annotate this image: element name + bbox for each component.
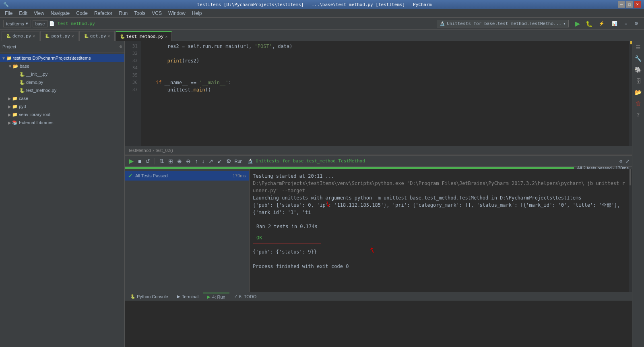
right-icon-delete[interactable]: 🗑 <box>634 99 643 108</box>
scrollbar-thumb <box>630 169 631 185</box>
output-scrollbar[interactable] <box>629 169 632 292</box>
output-blank-in-box <box>256 230 318 234</box>
output-ran-tests: Ran 2 tests in 0.174s <box>256 223 318 230</box>
concurrency-button[interactable]: ≡ <box>622 21 630 27</box>
tree-collapse-icon: ▶ <box>8 96 11 101</box>
menu-vcs[interactable]: VCS <box>149 10 165 17</box>
tree-item-base[interactable]: ▼ 📂 base <box>6 62 124 70</box>
tree-item-label-base: base <box>20 64 29 69</box>
right-icon-gradle[interactable]: 🐘 <box>634 65 643 74</box>
tab-todo-label: 6: TODO <box>239 294 257 299</box>
run-config-selector[interactable]: 🔬 Unittests for base.test_method.TestMet… <box>437 20 568 27</box>
tab-demo-py[interactable]: 🐍 demo.py ✕ <box>2 31 39 41</box>
menu-refactor[interactable]: Refactor <box>91 10 116 17</box>
scroll-marker <box>630 41 632 44</box>
menu-help[interactable]: Help <box>189 10 205 17</box>
tab-todo[interactable]: ✓ 6: TODO <box>230 293 261 301</box>
sort-button[interactable]: ⇅ <box>158 158 165 164</box>
debug-button[interactable]: 🐛 <box>584 21 594 27</box>
right-icon-maven[interactable]: 🔧 <box>634 54 643 63</box>
breadcrumb-test02: test_02() <box>156 148 173 153</box>
settings-bottom-button[interactable]: ⚙ <box>225 158 233 164</box>
right-icon-database[interactable]: 🗄 <box>634 77 643 85</box>
tree-item-init[interactable]: 🐍 __init__.py <box>13 70 124 78</box>
code-line-37: unittest.main() <box>144 86 625 94</box>
toolbar: testItems ▾ base 📄 test_method.py 🔬 Unit… <box>0 18 644 30</box>
filter-button[interactable]: ⊞ <box>167 158 174 164</box>
maximize-button[interactable]: □ <box>626 1 633 8</box>
run-stop-button[interactable]: ■ <box>137 158 142 164</box>
coverage-button[interactable]: ⚡ <box>597 20 607 27</box>
expand-button[interactable]: ⊕ <box>176 158 183 164</box>
export-button[interactable]: ↗ <box>207 158 215 164</box>
tree-item-external-libs[interactable]: ▶ 📚 External Libraries <box>6 118 124 127</box>
tree-item-label-demo: demo.py <box>26 80 43 85</box>
py-file-icon: 🐍 <box>84 34 89 38</box>
tab-label-post: post.py <box>51 33 70 39</box>
right-icon-commander[interactable]: 📂 <box>634 88 643 97</box>
tab-close-get[interactable]: ✕ <box>108 34 110 38</box>
run-button[interactable]: ▶ <box>574 20 582 27</box>
profile-button[interactable]: 📊 <box>609 20 620 27</box>
breadcrumb-testmethod: TestMethod <box>128 148 151 153</box>
tree-expand-icon: ▼ <box>2 56 6 60</box>
run-rerun-button[interactable]: ↺ <box>144 158 151 164</box>
tree-item-py3[interactable]: ▶ 📁 py3 <box>6 102 124 110</box>
tab-close-test-method[interactable]: ✕ <box>165 34 167 39</box>
code-editor[interactable]: res2 = self.run.run_main(url, 'POST', da… <box>141 41 629 146</box>
editor-tab-bar: 🐍 demo.py ✕ 🐍 post.py ✕ 🐍 get.py ✕ 🐍 tes… <box>0 30 644 41</box>
menu-file[interactable]: File <box>2 10 16 17</box>
tab-post-py[interactable]: 🐍 post.py ✕ <box>40 31 78 41</box>
output-line-3: Launching unittests with arguments pytho… <box>253 194 625 202</box>
settings-gear-right[interactable]: ⚙ <box>619 158 622 164</box>
tree-item-label-testItems: testItems D:\PycharmProjects\testItems <box>13 56 91 60</box>
run-config-label: Unittests for base.test_method.TestMetho… <box>447 21 561 26</box>
tab-test-method-py[interactable]: 🐍 test_method.py ✕ <box>116 31 172 41</box>
py-file-icon: 🐍 <box>45 34 50 38</box>
code-line-35 <box>144 72 625 79</box>
code-line-34 <box>144 64 625 72</box>
menubar: File Edit View Navigate Code Refactor Ru… <box>0 9 644 18</box>
file-indicator: 📄 test_method.py <box>49 21 95 26</box>
right-icon-structure[interactable]: ☰ <box>634 43 643 52</box>
collapse-button[interactable]: ⊖ <box>185 158 192 164</box>
tree-item-venv[interactable]: ▶ 📁 venv library root <box>6 110 124 118</box>
tab-terminal[interactable]: ▶ Terminal <box>173 293 203 301</box>
tree-item-test-method[interactable]: 🐍 test_method.py <box>13 86 124 94</box>
tab-run[interactable]: ▶ 4: Run <box>203 293 229 301</box>
close-button[interactable]: ✕ <box>634 1 641 8</box>
test-item-all-passed[interactable]: ✔ All Tests Passed 170ms <box>125 171 249 181</box>
menu-navigate[interactable]: Navigate <box>47 10 73 17</box>
project-selector[interactable]: testItems ▾ <box>3 20 31 27</box>
next-fail-button[interactable]: ↓ <box>200 158 206 164</box>
menu-tools[interactable]: Tools <box>131 10 149 17</box>
tab-python-console[interactable]: 🐍 Python Console <box>126 293 172 301</box>
output-line-1: Testing started at 20:11 ... <box>253 172 625 180</box>
tab-get-py[interactable]: 🐍 get.py ✕ <box>79 31 115 41</box>
tree-expand-icon: ▼ <box>8 64 12 69</box>
menu-view[interactable]: View <box>31 10 47 17</box>
menu-code[interactable]: Code <box>73 10 91 17</box>
settings-toolbar-button[interactable]: ⚙ <box>632 20 641 27</box>
tab-close-demo[interactable]: ✕ <box>33 34 35 38</box>
expand-panel-button[interactable]: ⤢ <box>625 158 630 164</box>
tab-label-test-method: test_method.py <box>126 34 164 39</box>
menu-run[interactable]: Run <box>116 10 131 17</box>
output-console[interactable]: Testing started at 20:11 ... D:\PycharmP… <box>250 169 629 292</box>
menu-window[interactable]: Window <box>165 10 189 17</box>
project-sidebar: Project ⚙ ▼ 📁 testItems D:\PycharmProjec… <box>0 41 125 347</box>
minimize-button[interactable]: ─ <box>618 1 625 8</box>
right-icon-help[interactable]: ? <box>634 110 643 119</box>
tree-item-case[interactable]: ▶ 📁 case <box>6 94 124 102</box>
output-line-4: {'pub': {'status': 0, 'ip': '118.112.185… <box>253 202 625 216</box>
run-bottom-play-button[interactable]: ▶ <box>127 157 135 165</box>
menu-edit[interactable]: Edit <box>16 10 31 17</box>
tree-item-testItems[interactable]: ▼ 📁 testItems D:\PycharmProjects\testIte… <box>0 54 124 62</box>
import-button[interactable]: ↙ <box>216 158 223 164</box>
python-console-icon: 🐍 <box>130 294 135 299</box>
tree-item-demo[interactable]: 🐍 demo.py <box>13 78 124 86</box>
prev-fail-button[interactable]: ↑ <box>194 158 199 164</box>
tab-close-post[interactable]: ✕ <box>72 34 74 38</box>
editor-scrollbar[interactable] <box>629 41 632 146</box>
tab-label-get: get.py <box>90 33 106 39</box>
